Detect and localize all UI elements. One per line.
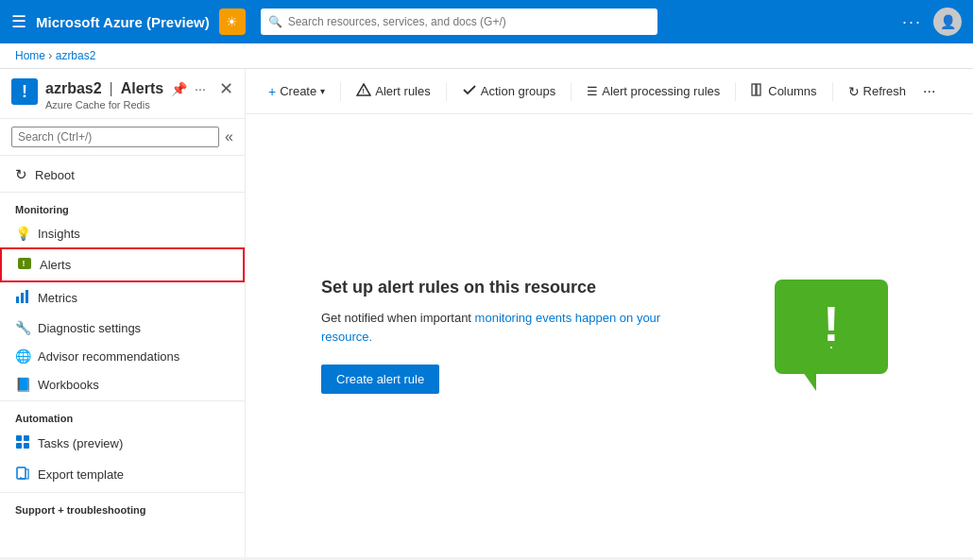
svg-rect-11	[752, 84, 756, 95]
breadcrumb: Home › azrbas2	[0, 43, 973, 69]
content-body: Set up alert rules on this resource Get …	[246, 114, 973, 557]
search-input[interactable]	[288, 15, 650, 28]
svg-rect-3	[21, 293, 24, 303]
avatar[interactable]: 👤	[933, 8, 962, 36]
columns-button[interactable]: Columns	[743, 79, 824, 103]
action-groups-button[interactable]: Action groups	[454, 79, 564, 103]
sidebar-item-advisor-recommendations[interactable]: 🌐 Advisor recommendations	[0, 342, 245, 370]
svg-rect-6	[24, 435, 29, 441]
empty-state-title: Set up alert rules on this resource	[321, 278, 699, 297]
topbar-more-icon[interactable]: ···	[902, 12, 922, 32]
monitoring-link[interactable]: monitoring events happen on your resourc…	[321, 311, 660, 344]
alert-rules-icon: !	[356, 83, 371, 99]
sidebar-item-advisor-label: Advisor recommendations	[38, 349, 179, 364]
sidebar-item-metrics[interactable]: Metrics	[0, 282, 245, 314]
pin-icon[interactable]: 📌	[171, 81, 187, 96]
topbar-right: ··· 👤	[902, 8, 962, 36]
sidebar-search-input[interactable]	[11, 127, 219, 147]
resource-name: azrbas2	[45, 80, 102, 97]
diagnostic-icon: 🔧	[15, 320, 30, 335]
sidebar-item-workbooks[interactable]: 📘 Workbooks	[0, 370, 245, 399]
svg-text:!: !	[363, 88, 365, 94]
svg-rect-2	[16, 297, 19, 303]
separator-4	[735, 82, 736, 101]
separator-2	[446, 82, 447, 101]
sidebar-item-metrics-label: Metrics	[38, 291, 77, 305]
sidebar-item-diagnostic-label: Diagnostic settings	[38, 321, 141, 335]
alert-illustration: ! ·	[775, 280, 897, 393]
sidebar-item-insights-label: Insights	[38, 227, 80, 241]
sidebar-search-container: «	[0, 119, 245, 156]
sidebar-item-tasks-label: Tasks (preview)	[38, 436, 123, 450]
sidebar: ! azrbas2 | Alerts 📌 ··· ✕ Azure Cache f…	[0, 69, 246, 557]
chevron-down-icon: ▾	[320, 86, 325, 96]
sidebar-item-reboot[interactable]: ↻ Reboot	[0, 160, 245, 190]
separator-3	[571, 82, 572, 101]
collapse-sidebar-icon[interactable]: «	[225, 128, 233, 145]
sidebar-item-workbooks-label: Workbooks	[38, 378, 99, 392]
refresh-button[interactable]: ↻ Refresh	[841, 80, 914, 103]
svg-rect-5	[16, 435, 22, 441]
breadcrumb-resource[interactable]: azrbas2	[56, 49, 96, 62]
workbooks-icon: 📘	[15, 377, 30, 392]
action-groups-icon	[462, 83, 477, 99]
resource-more-icon[interactable]: ···	[195, 81, 206, 96]
sidebar-section-monitoring: Monitoring	[0, 195, 245, 219]
create-alert-rule-button[interactable]: Create alert rule	[321, 365, 439, 394]
sidebar-item-alerts-label: Alerts	[40, 258, 71, 272]
insights-icon: 💡	[15, 226, 30, 241]
sidebar-section-support: Support + troubleshooting	[0, 495, 245, 519]
separator-5	[832, 82, 833, 101]
svg-rect-4	[26, 290, 28, 303]
azure-icon: ☀	[219, 8, 246, 35]
hamburger-menu[interactable]: ☰	[11, 11, 26, 32]
resource-info: azrbas2 | Alerts 📌 ··· ✕ Azure Cache for…	[45, 78, 233, 110]
search-icon: 🔍	[268, 15, 282, 28]
metrics-icon	[15, 289, 30, 307]
alert-processing-rules-button[interactable]: ☰ Alert processing rules	[579, 80, 727, 102]
global-search[interactable]: 🔍	[261, 8, 657, 35]
alerts-icon: !	[17, 256, 32, 274]
svg-rect-7	[16, 443, 22, 449]
columns-icon	[751, 83, 764, 99]
separator-1	[340, 82, 341, 101]
sidebar-section-automation: Automation	[0, 403, 245, 428]
sidebar-item-reboot-label: Reboot	[35, 168, 75, 182]
svg-rect-12	[757, 84, 760, 95]
resource-header: ! azrbas2 | Alerts 📌 ··· ✕ Azure Cache f…	[0, 69, 245, 119]
main-layout: ! azrbas2 | Alerts 📌 ··· ✕ Azure Cache f…	[0, 69, 973, 557]
sidebar-item-tasks[interactable]: Tasks (preview)	[0, 428, 245, 459]
svg-text:!: !	[23, 259, 26, 268]
resource-type-icon: !	[11, 78, 38, 105]
sidebar-item-export-label: Export template	[38, 467, 124, 482]
sidebar-nav: ↻ Reboot Monitoring 💡 Insights ! Ale	[0, 156, 245, 523]
alert-rules-button[interactable]: ! Alert rules	[349, 79, 438, 103]
page-title: Alerts	[121, 80, 163, 97]
tasks-icon	[15, 434, 30, 452]
content-area: + Create ▾ ! Alert rules Action groups	[246, 69, 973, 557]
topbar: ☰ Microsoft Azure (Preview) ☀ 🔍 ··· 👤	[0, 0, 973, 43]
alert-bubble: ! ·	[775, 280, 888, 374]
alert-processing-icon: ☰	[587, 84, 598, 98]
close-icon[interactable]: ✕	[219, 78, 233, 99]
sidebar-item-diagnostic-settings[interactable]: 🔧 Diagnostic settings	[0, 314, 245, 342]
toolbar-more-icon[interactable]: ···	[917, 79, 941, 104]
export-icon	[15, 466, 30, 484]
breadcrumb-home[interactable]: Home	[15, 49, 45, 62]
reboot-icon: ↻	[15, 166, 27, 183]
app-title: Microsoft Azure (Preview)	[36, 14, 210, 30]
empty-state-desc: Get notified when important monitoring e…	[321, 309, 699, 346]
sidebar-item-insights[interactable]: 💡 Insights	[0, 219, 245, 247]
sidebar-item-export-template[interactable]: Export template	[0, 459, 245, 490]
plus-icon: +	[268, 84, 276, 99]
svg-rect-8	[24, 443, 29, 449]
create-button[interactable]: + Create ▾	[261, 80, 333, 103]
sidebar-item-alerts[interactable]: ! Alerts	[0, 247, 245, 282]
refresh-icon: ↻	[848, 84, 860, 99]
empty-state: Set up alert rules on this resource Get …	[321, 278, 699, 394]
advisor-icon: 🌐	[15, 348, 30, 364]
resource-subtitle: Azure Cache for Redis	[45, 99, 233, 110]
content-toolbar: + Create ▾ ! Alert rules Action groups	[246, 69, 973, 114]
